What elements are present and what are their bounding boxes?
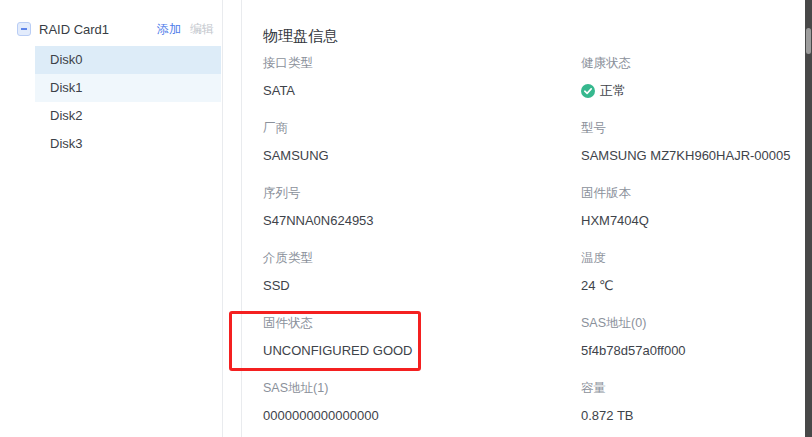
field-label: SAS地址(0) [581,315,812,331]
field-label: 固件版本 [581,185,812,201]
sidebar-item-disk1[interactable]: Disk1 [35,74,221,102]
field-label: SAS地址(1) [263,380,563,396]
field-sas-address-1: SAS地址(1) 0000000000000000 [263,380,563,424]
scrollbar-track[interactable] [805,0,812,437]
raid-tree-sidebar: RAID Card1 添加 编辑 Disk0 Disk1 Disk2 Disk3 [0,0,223,437]
field-temperature: 温度 24 ℃ [581,250,812,294]
field-value: SSD [263,278,563,294]
collapse-icon[interactable] [17,22,31,36]
field-vendor: 厂商 SAMSUNG [263,120,563,164]
field-health-status: 健康状态 正常 [581,55,812,99]
page-title: 物理盘信息 [263,27,338,46]
field-value: 正常 [581,83,812,99]
tree-node-label: RAID Card1 [39,22,157,37]
field-label: 介质类型 [263,250,563,266]
field-sas-address-0: SAS地址(0) 5f4b78d57a0ff000 [581,315,812,359]
field-model: 型号 SAMSUNG MZ7KH960HAJR-00005 [581,120,812,164]
field-value: SAMSUNG [263,148,563,164]
check-circle-icon [581,84,595,98]
sidebar-item-disk0[interactable]: Disk0 [35,46,221,74]
field-capacity: 容量 0.872 TB [581,380,812,424]
field-value: 0.872 TB [581,408,812,424]
field-value: 24 ℃ [581,278,812,294]
field-label: 容量 [581,380,812,396]
field-label: 健康状态 [581,55,812,71]
field-value: SATA [263,83,563,99]
field-value: HXM7404Q [581,213,812,229]
edit-link[interactable]: 编辑 [190,21,214,38]
field-firmware-version: 固件版本 HXM7404Q [581,185,812,229]
add-link[interactable]: 添加 [157,21,181,38]
field-value: S47NNA0N624953 [263,213,563,229]
sidebar-item-disk2[interactable]: Disk2 [35,102,221,130]
disk-list: Disk0 Disk1 Disk2 Disk3 [35,46,221,158]
field-value: UNCONFIGURED GOOD [263,343,563,359]
field-interface-type: 接口类型 SATA [263,55,563,99]
field-media-type: 介质类型 SSD [263,250,563,294]
field-label: 固件状态 [263,315,563,331]
field-serial-number: 序列号 S47NNA0N624953 [263,185,563,229]
disk-info-panel: 物理盘信息 接口类型 SATA 健康状态 正常 厂商 SAMSUNG 型号 SA… [241,0,805,437]
field-value: SAMSUNG MZ7KH960HAJR-00005 [581,148,812,164]
tree-node-raid-card: RAID Card1 添加 编辑 [0,16,222,42]
field-label: 型号 [581,120,812,136]
field-label: 序列号 [263,185,563,201]
field-value: 5f4b78d57a0ff000 [581,343,812,359]
scrollbar-thumb[interactable] [806,28,811,54]
field-value: 0000000000000000 [263,408,563,424]
health-status-text: 正常 [600,83,626,99]
field-label: 厂商 [263,120,563,136]
field-label: 温度 [581,250,812,266]
field-firmware-state: 固件状态 UNCONFIGURED GOOD [263,315,563,359]
field-label: 接口类型 [263,55,563,71]
sidebar-item-disk3[interactable]: Disk3 [35,130,221,158]
physical-disk-page: RAID Card1 添加 编辑 Disk0 Disk1 Disk2 Disk3… [0,0,812,437]
